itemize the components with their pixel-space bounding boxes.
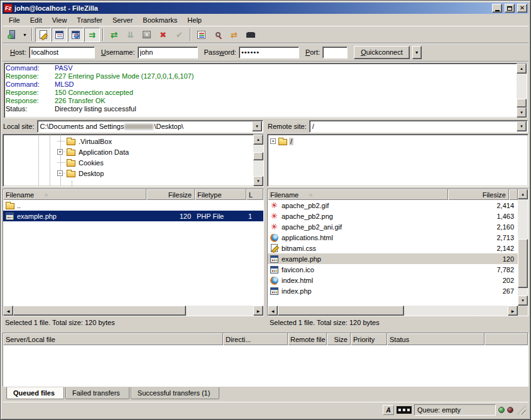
scroll-thumb[interactable] (517, 99, 527, 108)
disconnect-button[interactable]: ✖ (155, 28, 171, 42)
toggle-remote-tree-button[interactable] (68, 28, 84, 42)
tree-item-desktop[interactable]: − Desktop (3, 168, 253, 179)
message-log-lines: Command:PASV Response:227 Entering Passi… (4, 64, 517, 118)
column-header-filesize[interactable]: Filesize (448, 189, 509, 200)
username-input[interactable] (138, 47, 198, 58)
combo-dropdown-icon[interactable]: ▼ (252, 121, 262, 131)
scroll-thumb[interactable] (518, 239, 528, 288)
column-header-server-local-file[interactable]: Server/Local file (3, 333, 223, 345)
file-row[interactable]: index.html 202 (268, 275, 518, 285)
log-scrollbar[interactable]: ▲ ▼ (517, 64, 527, 118)
column-header-lastmodified[interactable]: L (246, 189, 263, 200)
process-queue-button[interactable]: ⇊ (123, 28, 138, 42)
site-manager-dropdown[interactable]: ▼ (21, 28, 29, 42)
remote-site-combobox[interactable]: / ▼ (309, 120, 528, 133)
scroll-up-icon[interactable]: ▲ (517, 64, 527, 74)
local-site-combobox[interactable]: C:\Documents and Settings\Desktop\ ▼ (37, 120, 263, 133)
filter-button[interactable] (194, 28, 209, 42)
menu-help[interactable]: Help (182, 15, 207, 25)
file-row[interactable]: ✳apache_pb2_ani.gif 2,160 (268, 221, 518, 232)
tree-item-root[interactable]: + / (268, 136, 528, 146)
local-file-list: Filename▲ Filesize Filetype L .. example… (3, 189, 264, 316)
tree-item-cookies[interactable]: Cookies (3, 157, 253, 168)
host-input[interactable] (29, 47, 95, 58)
password-label: Password: (204, 48, 236, 56)
expand-plus-icon[interactable]: + (57, 149, 63, 155)
scroll-down-icon[interactable]: ▼ (517, 108, 527, 118)
menu-view[interactable]: View (47, 15, 72, 25)
column-header-direction[interactable]: Directi... (223, 333, 288, 345)
php-file-icon (270, 287, 278, 295)
column-header-priority[interactable]: Priority (351, 333, 387, 345)
scroll-up-icon[interactable]: ▲ (253, 135, 263, 145)
column-header-filesize[interactable]: Filesize (146, 189, 195, 200)
activity-led-red-icon (507, 407, 513, 413)
scroll-down-icon[interactable]: ▼ (253, 176, 263, 186)
menu-edit[interactable]: Edit (25, 15, 47, 25)
menu-bookmarks[interactable]: Bookmarks (138, 15, 182, 25)
tab-successful-transfers[interactable]: Successful transfers (1) (131, 387, 220, 399)
scroll-right-icon[interactable]: ▶ (253, 306, 263, 316)
php-file-icon (270, 255, 278, 263)
column-header-remote-file[interactable]: Remote file (288, 333, 327, 345)
maximize-button[interactable] (505, 4, 515, 13)
scroll-left-icon[interactable]: ◀ (268, 306, 278, 316)
collapse-minus-icon[interactable]: − (57, 170, 63, 176)
tab-failed-transfers[interactable]: Failed transfers (65, 387, 129, 399)
column-header-filetype[interactable]: Filetype (195, 189, 246, 200)
column-header-size[interactable]: Size (327, 333, 351, 345)
apache-file-icon: ✳ (270, 201, 278, 210)
file-row[interactable]: applications.html 2,713 (268, 232, 518, 243)
tree-item-application-data[interactable]: + Application Data (3, 146, 253, 157)
remote-list-header: Filename▲ Filesize (268, 189, 518, 200)
port-input[interactable] (322, 47, 348, 58)
minimize-icon (495, 10, 500, 11)
remote-vscrollbar[interactable]: ▲ ▼ (518, 189, 528, 306)
find-files-button[interactable] (243, 28, 258, 42)
scroll-thumb[interactable] (253, 152, 263, 160)
file-row-example-php[interactable]: example.php 120 PHP File 1 (3, 211, 263, 221)
scroll-up-icon[interactable]: ▲ (518, 189, 528, 199)
combo-dropdown-icon[interactable]: ▼ (517, 121, 527, 131)
site-manager-button[interactable] (4, 28, 20, 42)
local-hscrollbar[interactable]: ◀ ▶ (3, 306, 263, 316)
quickconnect-button[interactable]: Quickconnect (354, 46, 410, 59)
file-row-parent-dir[interactable]: .. (3, 200, 263, 211)
scroll-right-icon[interactable]: ▶ (508, 306, 518, 316)
toggle-message-log-button[interactable] (35, 28, 51, 42)
column-header-filename[interactable]: Filename▲ (268, 189, 448, 200)
toggle-queue-button[interactable]: ⇉ (84, 28, 100, 42)
tab-queued-files[interactable]: Queued files (6, 387, 64, 399)
password-input[interactable] (239, 47, 299, 58)
column-header-status[interactable]: Status (387, 333, 484, 345)
file-row-example-php[interactable]: example.php 120 (268, 253, 518, 264)
scroll-thumb[interactable] (278, 306, 404, 316)
compare-button[interactable] (210, 28, 226, 42)
scroll-thumb[interactable] (13, 306, 186, 316)
file-row[interactable]: favicon.ico 7,782 (268, 264, 518, 275)
remote-hscrollbar[interactable]: ◀ ▶ (268, 306, 518, 316)
file-row[interactable]: index.php 267 (268, 285, 518, 296)
file-row[interactable]: ✳apache_pb2.gif 2,414 (268, 200, 518, 211)
scroll-left-icon[interactable]: ◀ (3, 306, 13, 316)
sync-browse-button[interactable]: ⇄ (226, 28, 242, 42)
close-button[interactable]: ✕ (517, 4, 527, 13)
file-row[interactable]: ✳apache_pb2.png 1,463 (268, 211, 518, 221)
cancel-button[interactable]: ✕ (139, 28, 155, 42)
scroll-down-icon[interactable]: ▼ (518, 296, 528, 306)
local-tree-scrollbar[interactable]: ▲ ▼ (253, 135, 263, 186)
tree-item-virtualbox[interactable]: .VirtualBox (3, 136, 253, 146)
menu-file[interactable]: File (4, 15, 25, 25)
column-header-filename[interactable]: Filename▲ (3, 189, 146, 200)
html-file-icon (271, 234, 278, 241)
minimize-button[interactable] (492, 4, 502, 13)
refresh-button[interactable]: ⇄ (106, 28, 122, 42)
resize-grip[interactable] (517, 406, 526, 414)
menu-server[interactable]: Server (107, 15, 138, 25)
expand-plus-icon[interactable]: + (270, 138, 276, 144)
quickconnect-dropdown[interactable]: ▼ (412, 46, 422, 59)
reconnect-button[interactable]: ✔ (172, 28, 187, 42)
toggle-local-tree-button[interactable] (52, 28, 67, 42)
menu-transfer[interactable]: Transfer (72, 15, 107, 25)
file-row[interactable]: bitnami.css 2,142 (268, 243, 518, 253)
